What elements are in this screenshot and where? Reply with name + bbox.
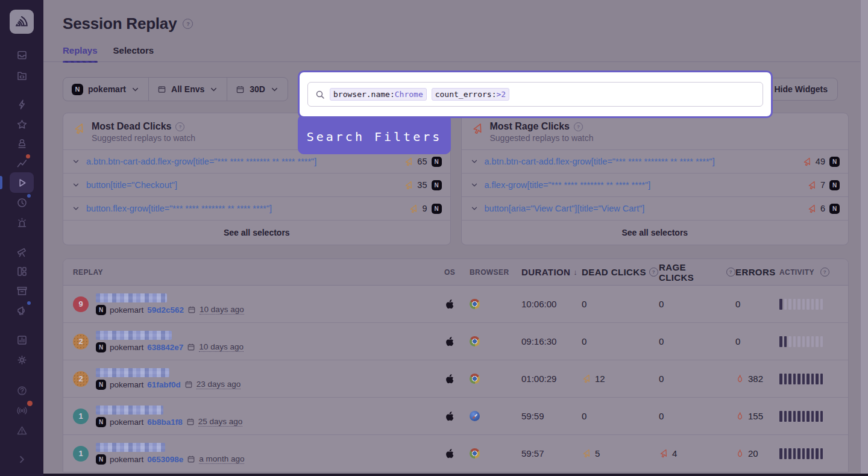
column-errors[interactable]: ERRORS <box>735 267 776 277</box>
avatar: 2 <box>73 371 89 387</box>
expand-chevron-icon[interactable] <box>470 204 479 213</box>
rage-clicks-value: 4 <box>672 448 677 459</box>
selector-link[interactable]: button[aria="View Cart"][title="View Car… <box>485 204 801 213</box>
replay-id-link[interactable]: 61fabf0d <box>147 380 181 389</box>
help-icon[interactable]: ? <box>649 268 658 277</box>
expand-chevron-icon[interactable] <box>72 181 80 189</box>
sort-desc-icon[interactable]: ↓ <box>573 268 577 277</box>
sidebar-item-settings[interactable] <box>12 350 31 369</box>
sidebar-item-service-status[interactable] <box>12 421 31 440</box>
replay-age[interactable]: 23 days ago <box>197 380 241 389</box>
sidebar-item-stats[interactable] <box>12 330 31 349</box>
selector-link[interactable]: a.btn.btn-cart-add.flex-grow[title="*** … <box>86 157 398 166</box>
sidebar-item-dashboards[interactable] <box>12 261 31 281</box>
replay-age[interactable]: a month ago <box>199 454 244 464</box>
sidebar-item-session-replay[interactable] <box>12 173 31 192</box>
table-row[interactable]: 1 N pokemart 0653098e a month ago <box>63 435 848 472</box>
sidebar-item-alerts[interactable] <box>12 213 31 232</box>
search-icon <box>315 90 325 99</box>
expand-chevron-icon[interactable] <box>470 181 479 189</box>
search-token[interactable]: count_errors:>2 <box>432 88 509 101</box>
replay-age[interactable]: 10 days ago <box>200 305 244 315</box>
sidebar-item-feedback[interactable] <box>12 301 31 320</box>
sentry-logo-icon[interactable] <box>10 10 34 34</box>
nextjs-project-icon: N <box>96 454 106 465</box>
dead-click-cursor-icon <box>73 123 84 134</box>
sidebar-item-history[interactable] <box>12 193 31 212</box>
rage-clicks-value: 0 <box>659 336 664 346</box>
sidebar-item-discover[interactable] <box>12 242 31 261</box>
nextjs-project-icon: N <box>96 305 106 315</box>
expand-chevron-icon[interactable] <box>72 204 80 213</box>
see-all-selectors-button[interactable]: See all selectors <box>618 227 691 238</box>
sidebar-item-help[interactable] <box>12 381 31 400</box>
project-filter[interactable]: N pokemart <box>63 78 148 101</box>
sidebar-item-starred[interactable] <box>12 114 31 134</box>
chrome-browser-icon <box>470 299 480 309</box>
see-all-selectors-button[interactable]: See all selectors <box>220 227 294 238</box>
sidebar-item-stamps[interactable] <box>12 134 31 153</box>
expand-chevron-icon[interactable] <box>470 157 479 166</box>
nextjs-project-icon: N <box>432 204 442 214</box>
replay-age[interactable]: 10 days ago <box>199 342 244 352</box>
column-browser[interactable]: BROWSER <box>470 268 509 277</box>
sidebar-collapse-toggle[interactable] <box>12 449 31 469</box>
table-row[interactable]: 9 N pokemart 59d2c562 10 days ago <box>63 286 848 323</box>
notification-dot <box>26 154 30 158</box>
sidebar-item-issues[interactable] <box>12 45 31 64</box>
date-range-filter[interactable]: 30D <box>227 78 288 101</box>
selector-link[interactable]: a.flex-grow[title="*** **** ******* ** *… <box>485 180 801 190</box>
scrollbar[interactable] <box>860 0 868 476</box>
sentry-session-replay-app: Session Replay ? Replays Selectors N pok… <box>0 0 868 476</box>
click-count: 49 <box>816 157 825 166</box>
widget-title: Most Dead Clicks <box>92 121 171 132</box>
selector-row: button.flex-grow[title="*** **** *******… <box>63 197 450 221</box>
nextjs-project-icon: N <box>96 342 106 352</box>
tab-selectors[interactable]: Selectors <box>113 45 154 61</box>
nextjs-project-icon: N <box>432 180 442 190</box>
column-activity[interactable]: ACTIVITY <box>779 268 814 277</box>
table-row[interactable]: 2 N pokemart 638842e7 10 days ago <box>63 323 848 360</box>
sidebar-item-insights[interactable] <box>12 153 31 172</box>
column-os[interactable]: OS <box>444 268 455 277</box>
project-name: pokemart <box>110 380 143 389</box>
selector-link[interactable]: button[title="Checkout"] <box>86 180 398 190</box>
replay-id-link[interactable]: 6b8ba1f8 <box>147 418 183 427</box>
column-replay[interactable]: REPLAY <box>73 268 103 277</box>
selector-row: a.flex-grow[title="*** **** ******* ** *… <box>462 174 849 197</box>
table-row[interactable]: 2 N pokemart 61fabf0d 23 days ago <box>63 360 848 398</box>
tab-replays[interactable]: Replays <box>63 45 98 61</box>
expand-chevron-icon[interactable] <box>72 157 80 166</box>
help-icon[interactable]: ? <box>820 268 829 277</box>
errors-value: 155 <box>748 411 763 421</box>
replay-id-link[interactable]: 0653098e <box>147 455 183 464</box>
sidebar-item-explore[interactable] <box>12 66 31 85</box>
help-icon[interactable]: ? <box>175 122 184 131</box>
duration-value: 59:59 <box>521 411 582 421</box>
nextjs-project-icon: N <box>96 380 106 390</box>
sidebar-item-quick-start[interactable] <box>12 95 31 114</box>
help-icon[interactable]: ? <box>726 268 735 277</box>
environment-filter[interactable]: All Envs <box>148 78 227 101</box>
replay-id-link[interactable]: 59d2c562 <box>147 305 184 315</box>
viewport-bottom-edge <box>0 474 868 476</box>
column-dead-clicks[interactable]: DEAD CLICKS <box>582 267 646 277</box>
sidebar-item-whats-new[interactable] <box>12 401 31 420</box>
table-row[interactable]: 1 N pokemart 6b8ba1f8 25 days ago <box>63 398 848 435</box>
selector-link[interactable]: a.btn.btn-cart-add.flex-grow[title="*** … <box>485 157 796 166</box>
replay-age[interactable]: 25 days ago <box>198 417 243 427</box>
blurred-username <box>96 368 169 377</box>
search-filters-tooltip: Search Filters <box>298 114 451 154</box>
safari-browser-icon <box>470 411 480 421</box>
selector-link[interactable]: button.flex-grow[title="*** **** *******… <box>86 204 403 213</box>
page-help-icon[interactable]: ? <box>183 19 193 29</box>
hide-widgets-button[interactable]: Hide Widgets <box>764 78 838 101</box>
sidebar-item-releases[interactable] <box>12 281 31 300</box>
replay-id-link[interactable]: 638842e7 <box>147 343 183 352</box>
chrome-browser-icon <box>470 374 480 384</box>
rage-click-cursor-icon <box>807 181 816 190</box>
search-input[interactable]: browser.name:Chrome count_errors:>2 <box>307 82 763 107</box>
search-token[interactable]: browser.name:Chrome <box>330 88 427 101</box>
column-duration[interactable]: DURATION <box>521 267 570 277</box>
column-rage-clicks[interactable]: RAGE CLICKS <box>659 262 723 283</box>
